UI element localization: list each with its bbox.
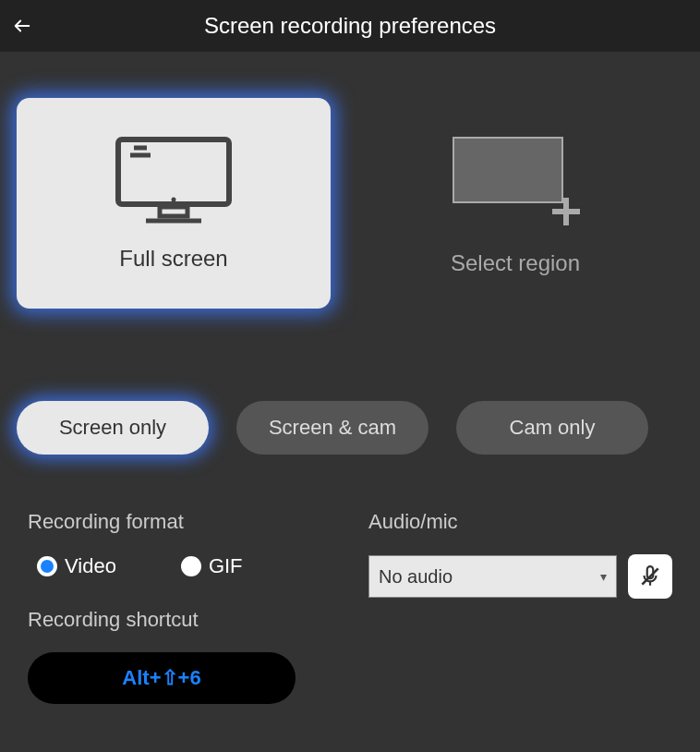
audio-select-value: No audio [379,566,453,588]
chevron-down-icon: ▾ [600,569,607,584]
format-gif-radio[interactable]: GIF [181,554,243,578]
recording-mode-row: Screen only Screen & cam Cam only [0,346,700,455]
audio-mic-label: Audio/mic [368,510,672,534]
format-gif-label: GIF [209,554,243,578]
recording-format-label: Recording format [28,510,332,534]
shortcut-button[interactable]: Alt+⇧+6 [28,652,296,704]
capture-mode-row: Full screen Select region [0,52,700,346]
monitor-icon [114,135,234,227]
svg-rect-6 [453,138,562,202]
back-button[interactable] [7,11,37,41]
format-video-label: Video [65,554,116,578]
arrow-left-icon [12,16,32,36]
shortcut-section: Recording shortcut Alt+⇧+6 [28,608,332,704]
radio-icon [181,556,201,576]
mode-screen-only[interactable]: Screen only [17,401,209,455]
mode-screen-cam[interactable]: Screen & cam [236,401,428,455]
left-settings-column: Recording format Video GIF Recording sho… [28,510,332,704]
svg-rect-4 [160,207,187,216]
header-bar: Screen recording preferences [0,0,700,52]
recording-shortcut-label: Recording shortcut [28,608,332,632]
mode-cam-only-label: Cam only [510,416,596,440]
capture-select-region[interactable]: Select region [358,98,672,309]
capture-full-screen[interactable]: Full screen [17,98,331,309]
format-video-radio[interactable]: Video [37,554,116,578]
page-title: Screen recording preferences [0,13,700,39]
format-radio-group: Video GIF [28,554,332,578]
mode-cam-only[interactable]: Cam only [456,401,648,455]
radio-icon [37,556,57,576]
mic-mute-button[interactable] [628,554,672,599]
right-settings-column: Audio/mic No audio ▾ [368,510,672,704]
audio-select[interactable]: No audio ▾ [368,555,617,598]
capture-select-region-label: Select region [451,250,580,276]
mode-screen-cam-label: Screen & cam [269,416,396,440]
svg-point-3 [172,198,176,202]
capture-full-screen-label: Full screen [119,246,227,272]
mode-screen-only-label: Screen only [59,416,166,440]
shortcut-value: Alt+⇧+6 [122,666,200,690]
audio-row: No audio ▾ [368,554,672,599]
mic-off-icon [638,564,662,588]
select-region-icon [446,130,585,232]
settings-row: Recording format Video GIF Recording sho… [0,455,700,704]
